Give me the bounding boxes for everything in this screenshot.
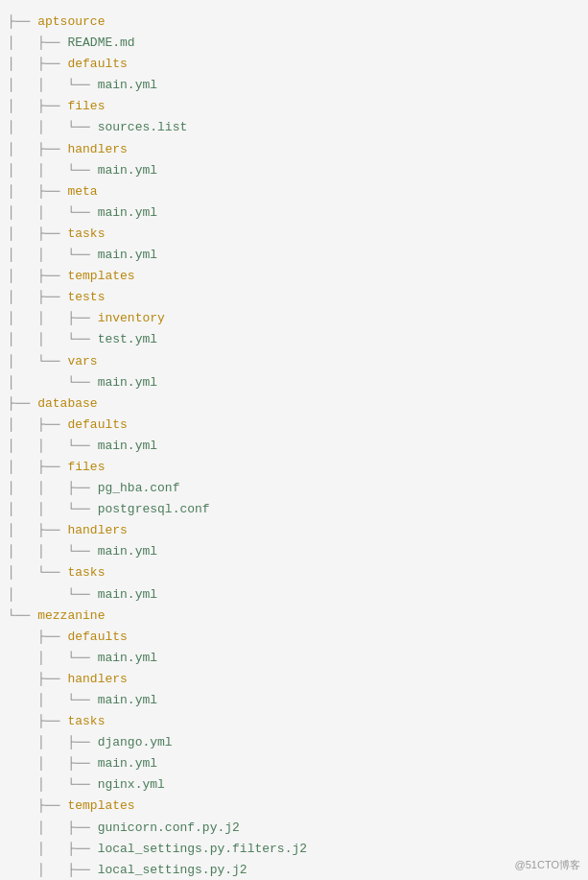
list-item: │ │ ├── pg_hba.conf — [8, 478, 580, 499]
list-item: │ ├── files — [8, 96, 580, 117]
list-item: │ ├── tasks — [8, 224, 580, 245]
list-item: │ └── main.yml — [8, 584, 580, 606]
list-item: │ │ └── test.yml — [8, 329, 580, 350]
list-item: ├── handlers — [8, 669, 580, 690]
list-item: │ ├── defaults — [8, 415, 580, 436]
list-item: │ ├── files — [8, 457, 580, 478]
list-item: │ └── tasks — [8, 562, 580, 583]
list-item: │ └── nginx.yml — [8, 774, 580, 796]
list-item: │ │ └── sources.list — [8, 117, 580, 138]
file-tree: ├── aptsource│ ├── README.md│ ├── defaul… — [0, 8, 588, 880]
list-item: │ ├── django.yml — [8, 732, 580, 753]
list-item: ├── templates — [8, 796, 580, 817]
list-item: │ ├── handlers — [8, 139, 580, 160]
list-item: ├── defaults — [8, 627, 580, 648]
list-item: │ ├── handlers — [8, 520, 580, 541]
list-item: │ │ ├── inventory — [8, 308, 580, 329]
list-item: │ ├── main.yml — [8, 753, 580, 774]
list-item: │ ├── local_settings.py.j2 — [8, 860, 580, 880]
list-item: │ ├── local_settings.py.filters.j2 — [8, 839, 580, 860]
list-item: │ └── main.yml — [8, 690, 580, 711]
list-item: │ │ └── main.yml — [8, 160, 580, 181]
list-item: │ ├── tests — [8, 287, 580, 308]
list-item: │ │ └── main.yml — [8, 245, 580, 266]
list-item: │ ├── gunicorn.conf.py.j2 — [8, 818, 580, 839]
list-item: │ │ └── main.yml — [8, 541, 580, 562]
list-item: │ │ └── postgresql.conf — [8, 499, 580, 520]
list-item: │ │ └── main.yml — [8, 75, 580, 96]
list-item: │ ├── templates — [8, 266, 580, 287]
list-item: │ │ └── main.yml — [8, 436, 580, 457]
list-item: │ └── vars — [8, 351, 580, 372]
list-item: │ ├── defaults — [8, 54, 580, 75]
list-item: ├── aptsource — [8, 12, 580, 33]
list-item: │ │ └── main.yml — [8, 202, 580, 224]
list-item: │ ├── README.md — [8, 33, 580, 54]
list-item: └── mezzanine — [8, 606, 580, 627]
list-item: ├── tasks — [8, 711, 580, 732]
list-item: ├── database — [8, 393, 580, 415]
list-item: │ ├── meta — [8, 181, 580, 202]
watermark: @51CTO博客 — [515, 858, 580, 872]
list-item: │ └── main.yml — [8, 372, 580, 393]
list-item: │ └── main.yml — [8, 648, 580, 669]
